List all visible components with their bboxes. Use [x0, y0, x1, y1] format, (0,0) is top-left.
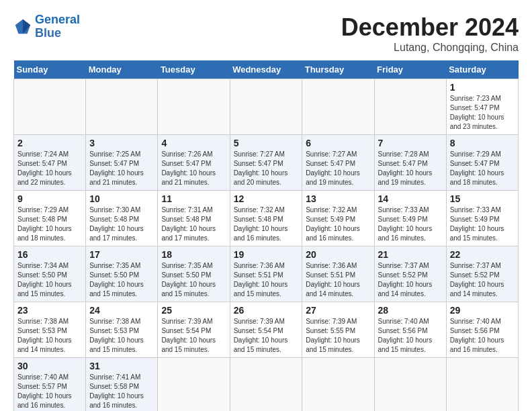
calendar-cell: 20Sunrise: 7:36 AM Sunset: 5:51 PM Dayli… [302, 246, 374, 302]
day-info: Sunrise: 7:39 AM Sunset: 5:54 PM Dayligh… [234, 317, 299, 355]
day-number: 16 [17, 249, 82, 260]
day-info: Sunrise: 7:40 AM Sunset: 5:57 PM Dayligh… [17, 373, 82, 410]
calendar-cell: 21Sunrise: 7:37 AM Sunset: 5:52 PM Dayli… [374, 246, 446, 302]
calendar-cell: 3Sunrise: 7:25 AM Sunset: 5:47 PM Daylig… [86, 135, 158, 191]
day-info: Sunrise: 7:39 AM Sunset: 5:54 PM Dayligh… [161, 317, 226, 355]
calendar-cell [158, 79, 230, 135]
day-info: Sunrise: 7:26 AM Sunset: 5:47 PM Dayligh… [161, 150, 226, 187]
day-number: 4 [161, 138, 226, 148]
day-info: Sunrise: 7:29 AM Sunset: 5:47 PM Dayligh… [450, 150, 515, 187]
calendar-week-4: 23Sunrise: 7:38 AM Sunset: 5:53 PM Dayli… [14, 302, 519, 358]
calendar-cell: 22Sunrise: 7:37 AM Sunset: 5:52 PM Dayli… [446, 246, 518, 302]
calendar-cell: 12Sunrise: 7:32 AM Sunset: 5:48 PM Dayli… [230, 191, 302, 246]
calendar-cell [302, 79, 374, 135]
header-wednesday: Wednesday [230, 60, 302, 79]
day-info: Sunrise: 7:35 AM Sunset: 5:50 PM Dayligh… [161, 261, 226, 299]
calendar-cell: 13Sunrise: 7:32 AM Sunset: 5:49 PM Dayli… [302, 191, 374, 246]
calendar-week-2: 9Sunrise: 7:29 AM Sunset: 5:48 PM Daylig… [14, 191, 519, 246]
day-info: Sunrise: 7:28 AM Sunset: 5:47 PM Dayligh… [378, 150, 443, 187]
day-number: 6 [306, 138, 370, 148]
calendar-cell: 2Sunrise: 7:24 AM Sunset: 5:47 PM Daylig… [14, 135, 86, 191]
calendar-cell: 5Sunrise: 7:27 AM Sunset: 5:47 PM Daylig… [230, 135, 302, 191]
calendar-cell [230, 79, 302, 135]
calendar-week-3: 16Sunrise: 7:34 AM Sunset: 5:50 PM Dayli… [14, 246, 519, 302]
day-number: 1 [450, 82, 515, 93]
day-info: Sunrise: 7:35 AM Sunset: 5:50 PM Dayligh… [89, 261, 154, 299]
day-number: 14 [378, 193, 443, 204]
day-number: 19 [234, 249, 299, 260]
calendar-week-1: 2Sunrise: 7:24 AM Sunset: 5:47 PM Daylig… [14, 135, 519, 191]
day-number: 9 [17, 193, 82, 204]
calendar-cell [374, 79, 446, 135]
header-tuesday: Tuesday [158, 60, 230, 79]
day-number: 27 [306, 305, 370, 316]
calendar-cell: 23Sunrise: 7:38 AM Sunset: 5:53 PM Dayli… [14, 302, 86, 358]
day-info: Sunrise: 7:25 AM Sunset: 5:47 PM Dayligh… [89, 150, 154, 187]
day-number: 21 [378, 249, 443, 260]
logo-line1: General [35, 13, 80, 26]
day-number: 29 [450, 305, 515, 316]
day-info: Sunrise: 7:40 AM Sunset: 5:56 PM Dayligh… [378, 317, 443, 355]
calendar-cell: 26Sunrise: 7:39 AM Sunset: 5:54 PM Dayli… [230, 302, 302, 358]
header-friday: Friday [374, 60, 446, 79]
day-number: 5 [234, 138, 299, 148]
calendar-cell: 18Sunrise: 7:35 AM Sunset: 5:50 PM Dayli… [158, 246, 230, 302]
day-number: 3 [89, 138, 154, 148]
day-number: 31 [89, 361, 154, 371]
day-number: 23 [17, 305, 82, 316]
header-thursday: Thursday [302, 60, 374, 79]
calendar-cell: 7Sunrise: 7:28 AM Sunset: 5:47 PM Daylig… [374, 135, 446, 191]
day-info: Sunrise: 7:36 AM Sunset: 5:51 PM Dayligh… [234, 261, 299, 299]
calendar-cell [158, 358, 230, 412]
calendar-week-5: 30Sunrise: 7:40 AM Sunset: 5:57 PM Dayli… [14, 358, 519, 412]
calendar-cell: 27Sunrise: 7:39 AM Sunset: 5:55 PM Dayli… [302, 302, 374, 358]
calendar-cell: 28Sunrise: 7:40 AM Sunset: 5:56 PM Dayli… [374, 302, 446, 358]
day-info: Sunrise: 7:27 AM Sunset: 5:47 PM Dayligh… [306, 150, 370, 187]
calendar-cell: 6Sunrise: 7:27 AM Sunset: 5:47 PM Daylig… [302, 135, 374, 191]
day-info: Sunrise: 7:23 AM Sunset: 5:47 PM Dayligh… [450, 94, 515, 132]
calendar-cell: 31Sunrise: 7:41 AM Sunset: 5:58 PM Dayli… [86, 358, 158, 412]
calendar-cell: 29Sunrise: 7:40 AM Sunset: 5:56 PM Dayli… [446, 302, 518, 358]
day-info: Sunrise: 7:29 AM Sunset: 5:48 PM Dayligh… [17, 205, 82, 243]
day-info: Sunrise: 7:32 AM Sunset: 5:48 PM Dayligh… [234, 205, 299, 243]
calendar-header-row: SundayMondayTuesdayWednesdayThursdayFrid… [14, 60, 519, 79]
logo-icon [13, 17, 32, 36]
header-monday: Monday [86, 60, 158, 79]
logo: General Blue [13, 13, 80, 40]
day-number: 30 [17, 361, 82, 371]
day-number: 13 [306, 193, 370, 204]
day-info: Sunrise: 7:39 AM Sunset: 5:55 PM Dayligh… [306, 317, 370, 355]
calendar-table: SundayMondayTuesdayWednesdayThursdayFrid… [13, 60, 519, 411]
day-info: Sunrise: 7:40 AM Sunset: 5:56 PM Dayligh… [450, 317, 515, 355]
calendar-cell [446, 358, 518, 412]
title-area: December 2024 Lutang, Chongqing, China [341, 13, 519, 54]
day-info: Sunrise: 7:37 AM Sunset: 5:52 PM Dayligh… [378, 261, 443, 299]
day-number: 28 [378, 305, 443, 316]
day-info: Sunrise: 7:31 AM Sunset: 5:48 PM Dayligh… [161, 205, 226, 243]
day-number: 11 [161, 193, 226, 204]
calendar-cell [86, 79, 158, 135]
day-info: Sunrise: 7:24 AM Sunset: 5:47 PM Dayligh… [17, 150, 82, 187]
calendar-cell [302, 358, 374, 412]
calendar-cell: 8Sunrise: 7:29 AM Sunset: 5:47 PM Daylig… [446, 135, 518, 191]
day-info: Sunrise: 7:33 AM Sunset: 5:49 PM Dayligh… [450, 205, 515, 243]
day-number: 8 [450, 138, 515, 148]
day-number: 17 [89, 249, 154, 260]
day-number: 10 [89, 193, 154, 204]
logo-text: General Blue [35, 13, 80, 40]
calendar-cell: 15Sunrise: 7:33 AM Sunset: 5:49 PM Dayli… [446, 191, 518, 246]
calendar-cell [14, 79, 86, 135]
calendar-title: December 2024 [341, 13, 519, 42]
day-number: 22 [450, 249, 515, 260]
day-number: 25 [161, 305, 226, 316]
calendar-cell: 17Sunrise: 7:35 AM Sunset: 5:50 PM Dayli… [86, 246, 158, 302]
calendar-cell: 14Sunrise: 7:33 AM Sunset: 5:49 PM Dayli… [374, 191, 446, 246]
calendar-cell: 4Sunrise: 7:26 AM Sunset: 5:47 PM Daylig… [158, 135, 230, 191]
day-number: 18 [161, 249, 226, 260]
day-number: 26 [234, 305, 299, 316]
calendar-cell: 16Sunrise: 7:34 AM Sunset: 5:50 PM Dayli… [14, 246, 86, 302]
calendar-cell [230, 358, 302, 412]
day-number: 12 [234, 193, 299, 204]
calendar-cell: 10Sunrise: 7:30 AM Sunset: 5:48 PM Dayli… [86, 191, 158, 246]
day-info: Sunrise: 7:38 AM Sunset: 5:53 PM Dayligh… [17, 317, 82, 355]
